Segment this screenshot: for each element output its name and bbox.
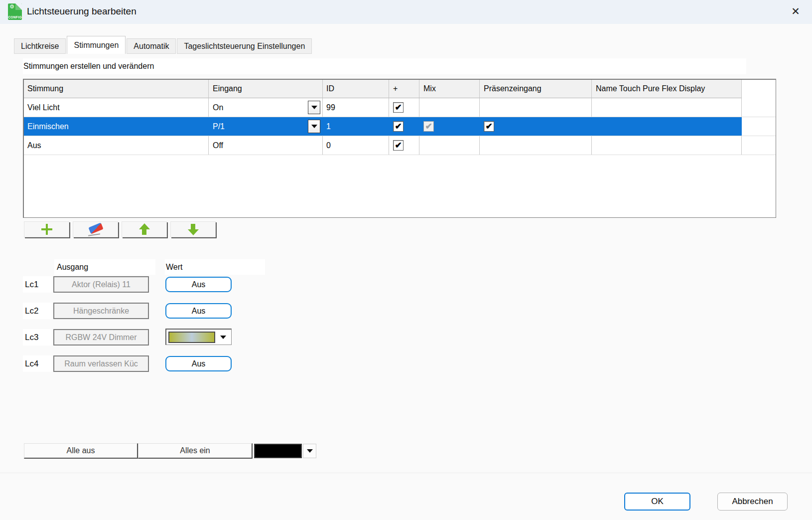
col-header-eingang: Eingang	[209, 80, 323, 98]
dropdown-arrow-button[interactable]	[303, 444, 316, 458]
cell-stimmung[interactable]: Aus	[24, 136, 209, 155]
move-up-button[interactable]	[122, 221, 167, 237]
cell-stimmung[interactable]: Einmischen	[24, 117, 209, 136]
lc3-label: Lc3	[23, 329, 52, 346]
lc2-wert-button[interactable]: Aus	[165, 303, 232, 319]
lc2-ausgang-field: Hängeschränke	[53, 303, 149, 319]
table-toolbar	[24, 221, 219, 237]
chevron-down-icon	[220, 336, 226, 339]
add-row-button[interactable]	[24, 221, 69, 237]
eraser-icon	[87, 223, 104, 236]
eingang-value: P/1	[213, 122, 225, 131]
cell-name-touch[interactable]	[592, 98, 742, 117]
tab-automatik[interactable]: Automatik	[127, 38, 176, 54]
config-app-icon: ⚙ CONFIG	[8, 3, 22, 20]
black-color-swatch	[254, 444, 302, 458]
lc2-label: Lc2	[23, 303, 52, 319]
lc1-wert-button[interactable]: Aus	[165, 277, 232, 292]
table-header-row: Stimmung Eingang ID + Mix Präsenzeingang…	[24, 80, 776, 98]
dropdown-arrow-button[interactable]	[215, 330, 231, 345]
table-row-viel-licht[interactable]: Viel Licht On 99 ✔	[24, 98, 776, 117]
cell-mix[interactable]	[419, 136, 480, 155]
arrow-down-icon	[188, 223, 199, 235]
col-header-praesenzeingang: Präsenzeingang	[480, 80, 592, 98]
lc3-color-dropdown[interactable]	[165, 329, 232, 345]
eingang-dropdown-button[interactable]	[308, 120, 320, 133]
checkbox-praesenzeingang[interactable]: ✔	[484, 121, 494, 132]
tab-stimmungen[interactable]: Stimmungen	[67, 36, 126, 54]
cell-praesenzeingang[interactable]	[480, 98, 592, 117]
page-fold-icon	[15, 3, 22, 10]
chevron-down-icon	[307, 449, 313, 453]
cancel-button[interactable]: Abbrechen	[717, 493, 788, 511]
table-row-aus[interactable]: Aus Off 0 ✔	[24, 136, 776, 155]
arrow-up-icon	[139, 223, 150, 235]
wert-column-header: Wert	[165, 259, 265, 275]
ok-button[interactable]: OK	[624, 493, 690, 511]
titlebar: ⚙ CONFIG Lichtsteuerung bearbeiten ✕	[0, 0, 812, 24]
check-icon: ✔	[395, 141, 402, 150]
stimmungen-table: Stimmung Eingang ID + Mix Präsenzeingang…	[23, 79, 776, 218]
chevron-down-icon	[311, 125, 317, 128]
close-icon[interactable]: ✕	[787, 3, 804, 20]
cell-eingang[interactable]: Off	[209, 136, 323, 155]
col-header-stimmung: Stimmung	[24, 80, 209, 98]
lc3-ausgang-field: RGBW 24V Dimmer	[53, 329, 149, 346]
checkbox-plus[interactable]: ✔	[393, 102, 404, 113]
alles-ein-button[interactable]: Alles ein	[138, 443, 253, 459]
gear-icon: ⚙	[9, 3, 14, 10]
eingang-dropdown-button[interactable]	[308, 101, 320, 114]
check-icon: ✔	[395, 122, 402, 131]
lc4-label: Lc4	[23, 355, 52, 372]
check-icon: ✔	[485, 122, 492, 131]
dialog-lichtsteuerung: ⚙ CONFIG Lichtsteuerung bearbeiten ✕ Lic…	[0, 0, 812, 520]
eingang-value: Off	[213, 141, 223, 150]
cell-stimmung[interactable]: Viel Licht	[24, 98, 209, 117]
checkbox-plus[interactable]: ✔	[393, 121, 404, 132]
cell-id[interactable]: 0	[323, 136, 389, 155]
ausgang-column-header: Ausgang	[54, 259, 155, 275]
lc1-label: Lc1	[23, 276, 52, 293]
checkbox-plus[interactable]: ✔	[393, 140, 404, 151]
tab-lichtkreise[interactable]: Lichtkreise	[14, 38, 66, 54]
cell-eingang[interactable]: On	[209, 98, 323, 117]
col-header-id: ID	[323, 80, 389, 98]
config-icon-label: CONFIG	[8, 15, 22, 19]
window-title: Lichtsteuerung bearbeiten	[27, 6, 136, 17]
col-header-mix: Mix	[419, 80, 480, 98]
move-down-button[interactable]	[170, 221, 216, 237]
lc4-wert-button[interactable]: Aus	[165, 356, 232, 371]
cell-name-touch[interactable]	[592, 117, 742, 136]
col-header-plus: +	[389, 80, 419, 98]
check-icon: ✔	[395, 103, 402, 112]
checkbox-mix-disabled: ✔	[423, 121, 434, 132]
global-color-dropdown[interactable]	[254, 443, 316, 459]
chevron-down-icon	[311, 106, 317, 109]
section-title: Stimmungen erstellen und verändern	[23, 58, 746, 74]
rgbw-gradient-swatch	[168, 332, 215, 343]
col-header-name-touch: Name Touch Pure Flex Display	[592, 80, 742, 98]
cell-mix[interactable]	[419, 98, 480, 117]
cell-id[interactable]: 1	[323, 117, 389, 136]
cell-id[interactable]: 99	[323, 98, 389, 117]
lc1-ausgang-field: Aktor (Relais) 11	[53, 276, 149, 293]
tab-tageslichtsteuerung[interactable]: Tageslichtsteuerung Einstellungen	[177, 38, 312, 54]
alle-aus-button[interactable]: Alle aus	[24, 443, 138, 459]
cell-eingang[interactable]: P/1	[209, 117, 323, 136]
check-icon: ✔	[425, 122, 432, 131]
plus-icon	[41, 223, 53, 235]
cell-name-touch[interactable]	[592, 136, 742, 155]
lc4-ausgang-field: Raum verlassen Küc	[53, 355, 149, 372]
cell-praesenzeingang[interactable]	[480, 136, 592, 155]
delete-row-button[interactable]	[73, 221, 118, 237]
footer-divider	[0, 473, 812, 473]
tab-bar: Lichtkreise Stimmungen Automatik Tagesli…	[14, 36, 313, 54]
table-row-einmischen[interactable]: Einmischen P/1 1 ✔ ✔ ✔	[24, 117, 776, 136]
eingang-value: On	[213, 103, 223, 112]
